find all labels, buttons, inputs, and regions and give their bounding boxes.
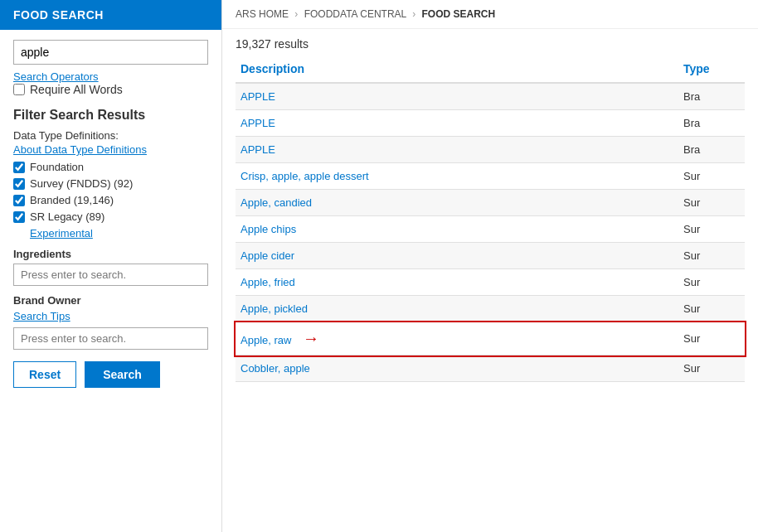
result-link[interactable]: Crisp, apple, apple dessert <box>241 170 369 182</box>
breadcrumb-home[interactable]: ARS HOME <box>236 8 291 20</box>
reset-button[interactable]: Reset <box>13 361 76 388</box>
result-link[interactable]: APPLE <box>241 143 275 156</box>
search-tips-link[interactable]: Search Tips <box>13 310 208 322</box>
sidebar-body: Search Operators Require All Words Filte… <box>0 30 221 532</box>
table-row: APPLEBra <box>236 83 745 110</box>
table-row: APPLEBra <box>236 110 745 137</box>
breadcrumb-current: FOOD SEARCH <box>422 8 496 20</box>
table-cell-type: Sur <box>678 216 745 243</box>
table-row: APPLEBra <box>236 137 745 163</box>
breadcrumb: ARS HOME › FOODDATA CENTRAL › FOOD SEARC… <box>222 0 758 29</box>
breadcrumb-sep2: › <box>412 8 415 20</box>
table-row: Crisp, apple, apple dessertSur <box>236 163 745 190</box>
table-cell-type: Bra <box>678 83 745 110</box>
table-cell-description: APPLE <box>236 83 678 110</box>
ingredients-label: Ingredients <box>13 248 208 260</box>
checkbox-foundation: Foundation <box>13 161 208 173</box>
filter-heading: Filter Search Results <box>13 108 208 123</box>
col-type: Type <box>678 56 745 83</box>
checkbox-branded-input[interactable] <box>13 195 25 206</box>
results-table-container: Description Type APPLEBraAPPLEBraAPPLEBr… <box>222 56 758 532</box>
result-link[interactable]: Apple, fried <box>241 276 295 288</box>
col-description: Description <box>236 56 678 83</box>
brand-owner-label: Brand Owner <box>13 294 208 307</box>
table-cell-description: Apple, raw → <box>236 322 678 355</box>
red-arrow-icon: → <box>298 329 319 347</box>
table-cell-type: Sur <box>678 296 745 322</box>
table-cell-type: Sur <box>678 243 745 269</box>
breadcrumb-sep1: › <box>294 8 298 20</box>
checkbox-survey: Survey (FNDDS) (92) <box>13 177 208 190</box>
result-link[interactable]: Apple chips <box>241 223 296 235</box>
search-button[interactable]: Search <box>85 361 160 388</box>
table-cell-description: Apple cider <box>236 243 678 269</box>
sidebar: FOOD SEARCH Search Operators Require All… <box>0 0 222 532</box>
table-cell-type: Sur <box>678 269 745 296</box>
require-all-row: Require All Words <box>13 83 208 96</box>
results-table: Description Type APPLEBraAPPLEBraAPPLEBr… <box>236 56 745 382</box>
table-cell-type: Bra <box>678 110 745 137</box>
table-cell-type: Sur <box>678 355 745 382</box>
table-cell-description: APPLE <box>236 110 678 137</box>
table-cell-description: Apple, candied <box>236 190 678 216</box>
checkbox-srlegacy: SR Legacy (89) <box>13 210 208 223</box>
table-cell-type: Bra <box>678 137 745 163</box>
table-cell-description: Apple, fried <box>236 269 678 296</box>
result-link[interactable]: Cobbler, apple <box>241 362 310 375</box>
require-all-checkbox[interactable] <box>13 84 25 95</box>
search-operators-link[interactable]: Search Operators <box>13 70 99 83</box>
result-link[interactable]: Apple, pickled <box>241 302 308 315</box>
table-cell-description: Cobbler, apple <box>236 355 678 382</box>
table-cell-description: APPLE <box>236 137 678 163</box>
require-all-label: Require All Words <box>30 83 123 96</box>
table-row: Apple, raw →Sur <box>236 322 745 355</box>
about-data-type-link[interactable]: About Data Type Definitions <box>13 143 208 156</box>
table-row: Cobbler, appleSur <box>236 355 745 382</box>
table-cell-type: Sur <box>678 163 745 190</box>
result-link[interactable]: Apple, raw <box>241 334 291 346</box>
table-row: Apple, candiedSur <box>236 190 745 216</box>
main-search-input[interactable] <box>13 40 208 65</box>
table-cell-description: Apple, pickled <box>236 296 678 322</box>
checkbox-branded: Branded (19,146) <box>13 194 208 206</box>
table-cell-description: Crisp, apple, apple dessert <box>236 163 678 190</box>
breadcrumb-central[interactable]: FOODDATA CENTRAL <box>304 8 409 20</box>
result-link[interactable]: APPLE <box>241 117 275 129</box>
data-type-label: Data Type Definitions: <box>13 129 208 142</box>
table-row: Apple, pickledSur <box>236 296 745 322</box>
main-content: ARS HOME › FOODDATA CENTRAL › FOOD SEARC… <box>222 0 758 532</box>
results-count: 19,327 results <box>222 29 758 56</box>
table-row: Apple ciderSur <box>236 243 745 269</box>
table-header-row: Description Type <box>236 56 745 83</box>
sidebar-header: FOOD SEARCH <box>0 0 221 30</box>
ingredients-input[interactable] <box>13 264 208 286</box>
sidebar-title: FOOD SEARCH <box>13 8 104 22</box>
table-cell-type: Sur <box>678 322 745 355</box>
brand-owner-input[interactable] <box>13 327 208 350</box>
experimental-link[interactable]: Experimental <box>30 227 208 239</box>
button-row: Reset Search <box>13 361 208 388</box>
table-cell-type: Sur <box>678 190 745 216</box>
result-link[interactable]: Apple cider <box>241 249 294 262</box>
checkbox-survey-input[interactable] <box>13 178 25 190</box>
result-link[interactable]: APPLE <box>241 90 275 103</box>
result-link[interactable]: Apple, candied <box>241 196 312 209</box>
checkbox-foundation-input[interactable] <box>13 162 25 173</box>
table-cell-description: Apple chips <box>236 216 678 243</box>
table-row: Apple chipsSur <box>236 216 745 243</box>
checkbox-srlegacy-input[interactable] <box>13 211 25 223</box>
table-row: Apple, friedSur <box>236 269 745 296</box>
